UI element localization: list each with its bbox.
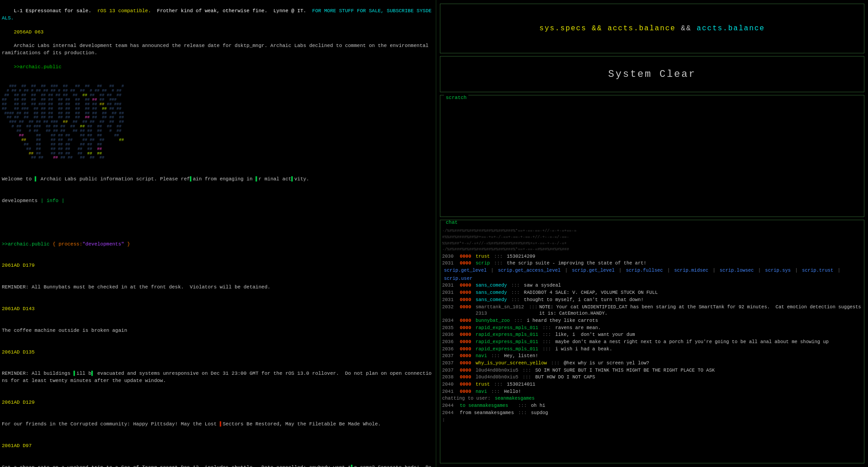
archaic-logo: ### ## ## ## ### ## ## ## ## ## # # ## #… bbox=[0, 78, 434, 160]
list-item: 2035 0000 rapid_express_mpls_011 ::: rav… bbox=[442, 325, 862, 331]
scratch-panel: scratch bbox=[440, 95, 864, 217]
list-item: 2037 0000 navi ::: Hey, listen! bbox=[442, 353, 862, 359]
news-ticker: L-1 Espressonaut for sale. rOS 13 compat… bbox=[0, 0, 436, 78]
chat-noise-line: ·/%#%###%#%##%###%##%#%##%###%*==+·==·==… bbox=[442, 228, 862, 234]
list-item: 2031 0000 sans_comedy ::: RADIOBOT 4 SAL… bbox=[442, 289, 862, 296]
scratch-content[interactable] bbox=[440, 95, 864, 217]
logo-ascii-art: ### ## ## ## ### ## ## ## ## ## # # ## #… bbox=[0, 78, 434, 160]
main-terminal[interactable]: Welcome to ▌ Archaic Labs public informa… bbox=[0, 160, 436, 467]
chat-status-line: chatting to user: seanmakesgames bbox=[442, 395, 862, 402]
list-item: 2032 0000 smarttank_sn_10122313 ::: NOTE… bbox=[442, 304, 862, 317]
list-item: 2036 0000 rapid_express_mpls_011 ::: i w… bbox=[442, 346, 862, 353]
list-item: 2044 from seanmakesgames ::: supdog bbox=[442, 410, 862, 416]
chat-panel: chat ·/%#%###%#%##%###%##%#%##%###%*==+·… bbox=[440, 220, 864, 463]
list-item: 2034 0000 bunnybat_zoo ::: i heard they … bbox=[442, 317, 862, 324]
list-item: 2037 0000 l0ud4nd0bn0xiu5 ::: SO IM NOT … bbox=[442, 367, 862, 374]
chat-content[interactable]: ·/%#%###%#%##%###%##%#%##%###%*==+·==·==… bbox=[440, 220, 864, 463]
scratch-label: scratch bbox=[444, 95, 468, 100]
chat-noise-line: ·/%#%###%#%##%###%##%#%##%###%*==+·==·=#… bbox=[442, 247, 862, 253]
list-item: 2031 0000 sans_comedy ::: saw a sysdeal bbox=[442, 282, 862, 289]
chat-scrip-links[interactable]: scrip.get_level | scrip.get_access_level… bbox=[444, 267, 862, 282]
chat-label: chat bbox=[444, 220, 459, 225]
system-clear-button[interactable]: System Clear bbox=[440, 56, 864, 92]
command-display-box: sys.specs && accts.balance && accts.bala… bbox=[440, 4, 864, 53]
left-terminal-panel: L-1 Espressonaut for sale. rOS 13 compat… bbox=[0, 0, 436, 467]
right-panel: sys.specs && accts.balance && accts.bala… bbox=[436, 0, 868, 467]
chat-input-prompt[interactable]: : bbox=[442, 417, 862, 424]
chat-noise-line: %%##%##*+·=/·=+//·=%##%##%##%###%##%+=+·… bbox=[442, 241, 862, 247]
command-text: sys.specs && accts.balance && accts.bala… bbox=[539, 24, 765, 33]
system-clear-label: System Clear bbox=[608, 69, 696, 80]
cmd-sys-part: sys.specs && accts.balance bbox=[539, 24, 676, 33]
list-item: 2037 0000 why_is_your_screen_yellow ::: … bbox=[442, 360, 862, 367]
list-item: 2041 0000 navi ::: Hello! bbox=[442, 388, 862, 395]
list-item: 2044 to seanmakesgames ::: oh hi bbox=[442, 402, 862, 409]
list-item: 2031 0000 scrip ::: the scrip suite - im… bbox=[442, 260, 862, 267]
list-item: 2030 0000 trust ::: 1530214209 bbox=[442, 253, 862, 260]
list-item: 2031 0000 sans_comedy ::: thought to mys… bbox=[442, 297, 862, 303]
list-item: 2036 0000 rapid_express_mpls_011 ::: may… bbox=[442, 339, 862, 345]
list-item: 2038 0000 l0ud4nd0bn0xiu5 ::: BUT HOW DO… bbox=[442, 374, 862, 381]
list-item: 2036 0000 rapid_express_mpls_011 ::: lik… bbox=[442, 331, 862, 338]
list-item: 2040 0000 trust ::: 1530214011 bbox=[442, 381, 862, 388]
chat-noise-line: #%%##%####%##%#+==·+=+-/·==+·==-+·==·+//… bbox=[442, 235, 862, 241]
